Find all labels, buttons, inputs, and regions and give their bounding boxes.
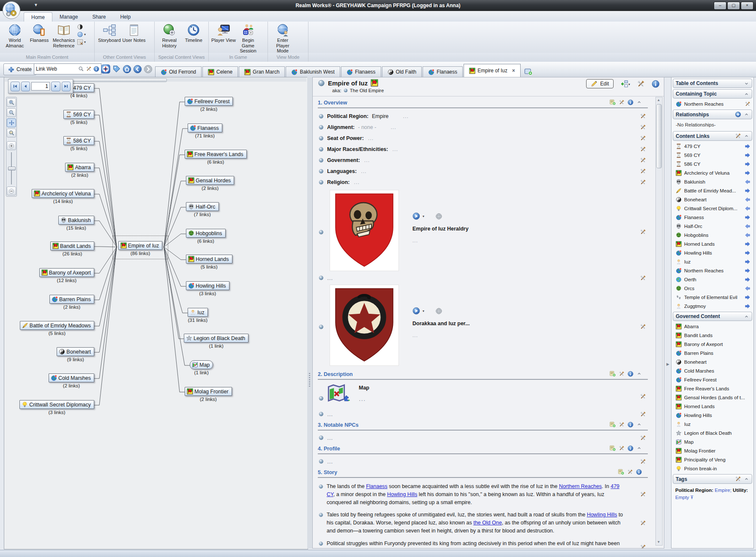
linkweb-node-baklunish[interactable]: Baklunish(15 links) — [58, 216, 94, 230]
governed-item-abarra[interactable]: Abarra — [671, 322, 753, 331]
close-tab-icon[interactable]: × — [512, 68, 515, 74]
tools-icon[interactable] — [640, 275, 646, 281]
overview-field-languages[interactable]: Languages:... — [313, 166, 653, 177]
arrow-left-icon[interactable] — [745, 197, 751, 203]
content-link-horned-lands[interactable]: Horned Lands — [671, 239, 753, 248]
tools-icon[interactable] — [640, 411, 646, 417]
topic-link-northern-reaches[interactable]: Northern Reaches — [559, 483, 602, 489]
content-link-iuz[interactable]: Iuz — [671, 257, 753, 266]
linkweb-node-hobgoblins[interactable]: Hobgoblins(6 links) — [186, 229, 226, 244]
pager-first-button[interactable] — [11, 82, 20, 91]
governed-item-barony-of-axeport[interactable]: Barony of Axeport — [671, 340, 753, 348]
ribbon-button-user-notes[interactable]: User Notes — [122, 22, 146, 43]
collapse-icon[interactable] — [636, 422, 642, 427]
doc-tab-gran-march[interactable]: Gran March — [239, 66, 285, 77]
content-link-temple-of-elemental-evil[interactable]: Temple of Elemental Evil — [671, 293, 753, 302]
section-npcs-title[interactable]: 3. Notable NPCs — [318, 422, 648, 429]
linkweb-node-flanaess[interactable]: Flanaess(71 links) — [188, 123, 222, 138]
ribbon-button-flanaess[interactable]: Flanaess — [27, 22, 52, 43]
content-link-569-cy[interactable]: 569 CY — [671, 151, 753, 159]
play-button[interactable] — [412, 212, 420, 220]
content-link-flanaess[interactable]: Flanaess — [671, 213, 753, 222]
content-link-baklunish[interactable]: Baklunish — [671, 177, 753, 186]
info-icon[interactable] — [628, 371, 633, 377]
tools-icon[interactable] — [640, 324, 646, 330]
empty-snippet[interactable]: ... — [313, 457, 653, 466]
tools-icon[interactable] — [640, 113, 646, 120]
governed-item-howling-hills[interactable]: Howling Hills — [671, 411, 753, 420]
linkweb-node-half-orc[interactable]: Half-Orc(7 links) — [186, 202, 219, 217]
content-link-boneheart[interactable]: Boneheart — [671, 195, 753, 204]
topic-vscrollbar[interactable]: ▲ ▼ — [655, 97, 663, 546]
section-description-title[interactable]: 2. Description — [318, 371, 648, 378]
governed-content-header[interactable]: Governed Content — [673, 312, 752, 321]
zoom-decrease-button[interactable] — [7, 187, 16, 195]
reveal-target-icon[interactable] — [435, 307, 442, 315]
doc-tab-old-ferrond[interactable]: Old Ferrond — [155, 66, 202, 77]
tools-icon[interactable] — [640, 520, 646, 526]
arrow-right-icon[interactable] — [745, 170, 751, 176]
doc-tab-flanaess[interactable]: Flanaess — [341, 66, 381, 77]
info-icon[interactable] — [628, 445, 633, 451]
info-icon[interactable] — [628, 422, 633, 428]
play-button[interactable] — [412, 307, 420, 315]
tools-icon[interactable] — [637, 80, 645, 88]
toc-panel-header[interactable]: Table of Contents — [673, 79, 752, 88]
ribbon-button-timeline[interactable]: Timeline — [182, 22, 206, 43]
info-icon[interactable] — [628, 99, 633, 105]
content-link-archclericy-of-veluna[interactable]: Archclericy of Veluna — [671, 168, 753, 177]
tools-icon[interactable] — [640, 458, 646, 465]
vscroll-thumb[interactable] — [656, 104, 662, 168]
topic-link-the-old-one[interactable]: the Old One — [473, 520, 502, 526]
arrow-right-icon[interactable] — [745, 214, 751, 220]
containing-topic-item-northern-reaches[interactable]: Northern Reaches — [671, 99, 753, 108]
ribbon-button-enter-player-mode[interactable]: Enter Player Mode — [270, 22, 295, 54]
doc-tab-celene[interactable]: Celene — [202, 66, 238, 77]
arrow-right-icon[interactable] — [745, 294, 751, 300]
linkweb-node-howling-hills[interactable]: Howling Hills(3 links) — [186, 281, 229, 296]
play-options-icon[interactable]: ▾ — [423, 309, 424, 313]
add-snippet-icon[interactable] — [609, 445, 616, 451]
close-button[interactable]: × — [741, 2, 753, 10]
pager-last-button[interactable] — [62, 82, 71, 91]
containing-topic-header[interactable]: Containing Topic — [673, 89, 752, 99]
picture-snippet-empire-of-iuz-heraldry[interactable]: ▾ Empire of Iuz Heraldry ... — [313, 190, 653, 273]
governed-item-gensal-hordes-lands-of-t[interactable]: Gensal Hordes (Lands of t... — [671, 393, 753, 402]
arrow-right-icon[interactable] — [745, 277, 751, 283]
ribbon-small-button-grid[interactable]: ▾ — [77, 39, 86, 45]
chevron-up-icon[interactable] — [744, 133, 749, 139]
overview-field-alignment[interactable]: Alignment:- none -... — [313, 122, 653, 133]
empty-snippet[interactable]: ... — [313, 273, 653, 283]
ribbon-tab-help[interactable]: Help — [113, 12, 138, 22]
maximize-button[interactable]: ▢ — [727, 2, 740, 10]
linkweb-node-legion-of-black-death[interactable]: Legion of Black Death(1 link) — [184, 334, 248, 348]
zoom-slider-thumb[interactable] — [8, 167, 16, 170]
pan-button[interactable] — [7, 118, 16, 127]
new-tab-button[interactable] — [524, 67, 532, 75]
forward-button[interactable] — [144, 65, 153, 74]
tools-icon[interactable] — [640, 544, 646, 549]
info-icon[interactable] — [652, 80, 660, 88]
collapse-icon[interactable] — [636, 99, 642, 105]
scroll-up-icon[interactable]: ▲ — [656, 97, 661, 103]
linkweb-node-bandit-lands[interactable]: Bandit Lands(26 links) — [50, 241, 94, 256]
content-links-header[interactable]: Content Links — [673, 131, 752, 141]
linkweb-node-569-cy[interactable]: 569 CY(5 links) — [63, 110, 94, 125]
ribbon-tab-share[interactable]: Share — [85, 12, 113, 22]
add-snippet-icon[interactable] — [609, 99, 616, 105]
chevron-up-icon[interactable] — [744, 112, 749, 117]
story-paragraph[interactable]: The lands of the Flanaess soon became ac… — [313, 483, 653, 506]
governed-item-principality-of-veng[interactable]: Principality of Veng — [671, 455, 753, 464]
arrow-right-icon[interactable] — [745, 268, 751, 274]
zoom-out-button[interactable] — [7, 108, 16, 117]
navigation-compass-icon[interactable] — [101, 64, 111, 74]
tag-value[interactable]: Empty Ŧ — [675, 495, 693, 500]
collapse-icon[interactable] — [636, 445, 642, 451]
tools-icon[interactable] — [640, 168, 646, 175]
arrow-right-icon[interactable] — [745, 241, 751, 247]
tools-icon[interactable] — [735, 476, 741, 482]
governed-item-barren-plains[interactable]: Barren Plains — [671, 348, 753, 357]
linkweb-node-molag-frontier[interactable]: Molag Frontier(2 links) — [185, 387, 232, 402]
arrow-left-icon[interactable] — [745, 206, 751, 211]
relationships-header[interactable]: Relationships — [673, 110, 752, 119]
